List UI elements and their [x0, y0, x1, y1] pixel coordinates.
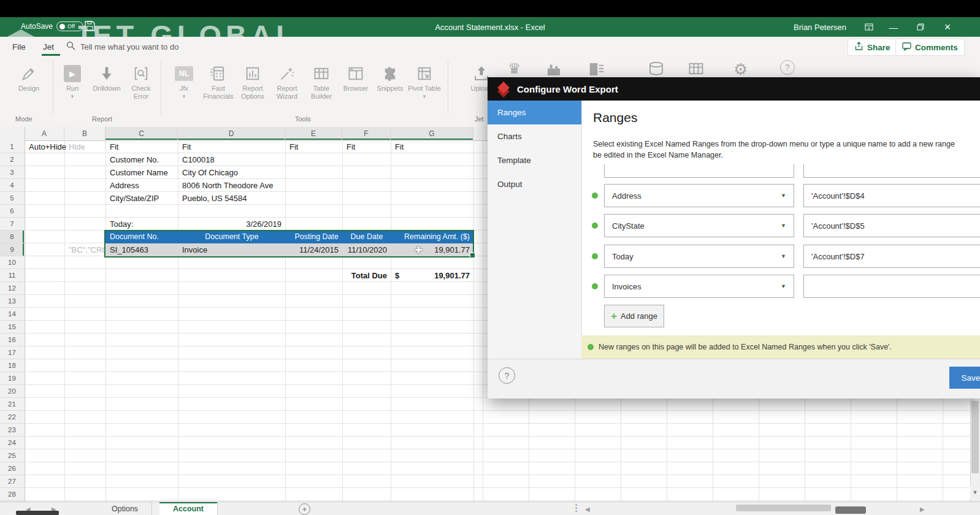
cell-G9[interactable]: 19,901.77 [391, 243, 473, 256]
signed-in-user[interactable]: Brian Petersen [794, 17, 846, 37]
cell-C2[interactable]: Customer No. [106, 153, 178, 166]
row-header-7[interactable]: 7 [0, 218, 24, 231]
row-header-6[interactable]: 6 [0, 205, 24, 218]
cell-F9[interactable]: 11/10/2020 [343, 243, 391, 256]
horizontal-scrollbar-thumb[interactable] [736, 505, 831, 511]
ribbon-button-drilldown[interactable]: Drilldown [90, 56, 124, 93]
scroll-down-icon[interactable]: ▼ [970, 486, 980, 499]
gear-icon[interactable]: ⚙ [733, 60, 748, 79]
cell-D5[interactable]: Pueblo, US 54584 [178, 192, 285, 205]
vertical-scrollbar-thumb[interactable] [971, 401, 979, 473]
sheet-tab-options[interactable]: Options [98, 502, 152, 515]
add-range-button[interactable]: + Add range [604, 305, 664, 327]
grid-corner[interactable] [0, 127, 25, 140]
cell-C7[interactable]: Today: [106, 218, 178, 231]
share-button[interactable]: Share [848, 39, 897, 56]
range-ref-field-today[interactable]: 'Account'!$D$7 [803, 245, 980, 268]
range-ref-field-partial[interactable] [803, 164, 980, 178]
row-header-27[interactable]: 27 [0, 475, 24, 488]
ribbon-button-table-builder[interactable]: Table Builder [304, 56, 339, 101]
cell-B1[interactable]: Hide [65, 140, 105, 153]
column-header-A[interactable]: A [25, 127, 64, 140]
cell-C1[interactable]: Fit [106, 140, 178, 153]
cell-C9[interactable]: SI_105463 [106, 243, 178, 256]
cell-A1[interactable]: Auto+Hide [25, 140, 64, 153]
row-header-26[interactable]: 26 [0, 462, 24, 475]
cell-E1[interactable]: Fit [286, 140, 342, 153]
comments-button[interactable]: Comments [895, 39, 965, 56]
row-header-8[interactable]: 8 [0, 231, 24, 243]
scheduler-crown-icon[interactable]: ♛ [508, 60, 521, 77]
row-header-3[interactable]: 3 [0, 166, 24, 179]
range-ref-field-address[interactable]: 'Account'!$D$4 [803, 184, 980, 207]
hscroll-left-icon[interactable]: ◀ [585, 502, 590, 515]
ribbon-display-options-icon[interactable] [859, 17, 879, 37]
dialog-nav-charts[interactable]: Charts [488, 124, 581, 148]
ribbon-button-report-options[interactable]: Report Options [235, 56, 270, 101]
ribbon-button-snippets[interactable]: Snippets [373, 56, 407, 93]
help-icon[interactable]: ? [499, 367, 515, 384]
dialog-nav-template[interactable]: Template [488, 148, 581, 172]
cell-D4[interactable]: 8006 North Theodore Ave [178, 179, 285, 192]
row-header-2[interactable]: 2 [0, 153, 24, 166]
column-header-D[interactable]: D [178, 127, 285, 140]
ribbon-button-run[interactable]: ▶Run▼ [55, 56, 90, 101]
dialog-title-bar[interactable]: Configure Word Export [488, 77, 980, 101]
row-header-22[interactable]: 22 [0, 411, 24, 424]
dialog-nav-ranges[interactable]: Ranges [488, 101, 581, 124]
column-header-G[interactable]: G [391, 127, 473, 140]
tab-file[interactable]: File [9, 37, 29, 56]
ribbon-button-jfx[interactable]: NLJfx▼ [167, 56, 201, 101]
minimize-icon[interactable]: — [883, 17, 904, 37]
row-header-4[interactable]: 4 [0, 179, 24, 192]
hscroll-right-icon[interactable]: ▶ [920, 502, 925, 515]
ribbon-button-browser[interactable]: Browser [339, 56, 373, 93]
cell-C4[interactable]: Address [106, 179, 178, 192]
range-name-dropdown-citystate[interactable]: CityState▼ [604, 214, 794, 237]
floppy-icon[interactable] [85, 21, 95, 34]
row-header-24[interactable]: 24 [0, 437, 24, 449]
row-header-18[interactable]: 18 [0, 359, 24, 372]
autosave-pill[interactable]: Off [56, 21, 83, 31]
cell-F1[interactable]: Fit [343, 140, 391, 153]
cell-C3[interactable]: Customer Name [106, 166, 178, 179]
row-header-13[interactable]: 13 [0, 295, 24, 308]
selection-fill-handle[interactable] [470, 253, 475, 258]
row-header-20[interactable]: 20 [0, 385, 24, 398]
row-header-21[interactable]: 21 [0, 398, 24, 411]
ribbon-button-report-wizard[interactable]: Report Wizard [270, 56, 304, 101]
dialog-nav-output[interactable]: Output [488, 172, 581, 196]
column-header-E[interactable]: E [285, 127, 342, 140]
close-icon[interactable]: × [937, 17, 958, 37]
range-ref-field-invoices[interactable] [803, 275, 980, 298]
cell-D9[interactable]: Invoice [178, 243, 285, 256]
cell-D1[interactable]: Fit [178, 140, 285, 153]
range-ref-field-citystate[interactable]: 'Account'!$D$5 [803, 214, 980, 237]
row-header-15[interactable]: 15 [0, 321, 24, 334]
cell-D8[interactable]: Document Type [178, 231, 285, 243]
row-header-1[interactable]: 1 [0, 140, 24, 153]
row-header-11[interactable]: 11 [0, 269, 24, 282]
cell-G8[interactable]: Remaining Amt. ($) [391, 231, 473, 243]
scrubber-thumb[interactable] [835, 506, 866, 514]
range-name-dropdown-invoices[interactable]: Invoices▼ [604, 275, 794, 298]
range-name-dropdown-today[interactable]: Today▼ [604, 245, 794, 268]
cell-D2[interactable]: C100018 [178, 153, 285, 166]
cell-C8[interactable]: Document No. [106, 231, 178, 243]
restore-icon[interactable] [910, 17, 931, 37]
cell-B9[interactable]: "BC","CRO [65, 243, 105, 256]
row-header-12[interactable]: 12 [0, 282, 24, 295]
cell-D7[interactable]: 3/26/2019 [178, 218, 285, 231]
ribbon-button-check-error[interactable]: Check Error [124, 56, 158, 101]
column-header-B[interactable]: B [64, 127, 105, 140]
ribbon-button-design[interactable]: Design [12, 56, 46, 93]
row-header-10[interactable]: 10 [0, 256, 24, 269]
row-header-28[interactable]: 28 [0, 488, 24, 501]
row-header-19[interactable]: 19 [0, 372, 24, 385]
cell-D3[interactable]: City Of Chicago [178, 166, 285, 179]
column-header-C[interactable]: C [105, 127, 178, 140]
save-button[interactable]: Save [949, 367, 980, 389]
ribbon-button-pivot-table[interactable]: Pivot Table▼ [407, 56, 442, 101]
cell-E9[interactable]: 11/24/2015 [286, 243, 342, 256]
ribbon-button-fast-financials[interactable]: Fast Financials [201, 56, 235, 101]
